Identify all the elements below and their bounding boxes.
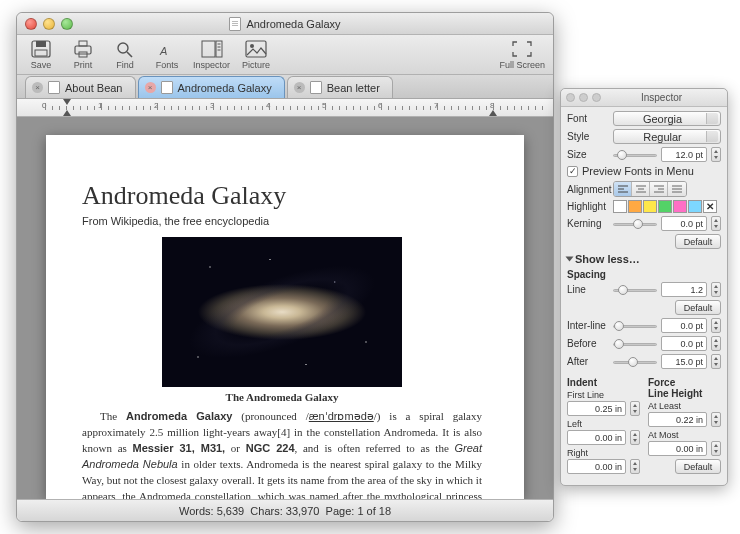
showless-toggle[interactable]: Show less…	[567, 253, 721, 265]
body-text[interactable]: The Andromeda Galaxy (pronounced /ænˈdrɒ…	[82, 409, 482, 499]
save-icon	[30, 39, 52, 59]
before-field[interactable]: 0.0 pt	[661, 336, 707, 351]
highlight-swatch[interactable]	[658, 200, 672, 213]
size-slider[interactable]	[613, 148, 657, 162]
align-left-icon[interactable]	[614, 182, 632, 196]
save-button[interactable]: Save	[25, 39, 57, 70]
preview-fonts-checkbox[interactable]: ✓ Preview Fonts in Menu	[567, 165, 721, 177]
alignment-segment[interactable]	[613, 181, 687, 197]
tab-label: About Bean	[65, 82, 123, 94]
align-justify-icon[interactable]	[668, 182, 686, 196]
atleast-stepper[interactable]	[711, 412, 721, 427]
document-icon	[161, 81, 173, 94]
line-stepper[interactable]	[711, 282, 721, 297]
firstline-stepper[interactable]	[630, 401, 640, 416]
close-icon[interactable]: ×	[145, 82, 156, 93]
rightindent-field[interactable]: 0.00 in	[567, 459, 626, 474]
kerning-field[interactable]: 0.0 pt	[661, 216, 707, 231]
find-button[interactable]: Find	[109, 39, 141, 70]
picture-label: Picture	[242, 60, 270, 70]
fullscreen-icon	[511, 39, 533, 59]
inspector-icon	[201, 39, 223, 59]
force-header: Force Line Height	[648, 377, 721, 399]
after-slider[interactable]	[613, 355, 657, 369]
close-button[interactable]	[566, 93, 575, 102]
before-stepper[interactable]	[711, 336, 721, 351]
atmost-field[interactable]: 0.00 in	[648, 441, 707, 456]
line-default-button[interactable]: Default	[675, 300, 721, 315]
interline-field[interactable]: 0.0 pt	[661, 318, 707, 333]
font-select[interactable]: Georgia	[613, 111, 721, 126]
force-default-button[interactable]: Default	[675, 459, 721, 474]
tab-bean-letter[interactable]: × Bean letter	[287, 76, 393, 98]
document-icon	[229, 17, 241, 31]
fonts-icon: A	[156, 39, 178, 59]
highlight-swatch[interactable]	[643, 200, 657, 213]
page[interactable]: Andromeda Galaxy From Wikipedia, the fre…	[46, 135, 524, 499]
fullscreen-button[interactable]: Full Screen	[499, 39, 545, 70]
size-field[interactable]: 12.0 pt	[661, 147, 707, 162]
highlight-swatch[interactable]	[613, 200, 627, 213]
kerning-stepper[interactable]	[711, 216, 721, 231]
document-area[interactable]: Andromeda Galaxy From Wikipedia, the fre…	[17, 117, 553, 499]
interline-stepper[interactable]	[711, 318, 721, 333]
before-label: Before	[567, 338, 609, 349]
atleast-field[interactable]: 0.22 in	[648, 412, 707, 427]
align-center-icon[interactable]	[632, 182, 650, 196]
line-label: Line	[567, 284, 609, 295]
leftindent-label: Left	[567, 419, 640, 429]
after-stepper[interactable]	[711, 354, 721, 369]
rightindent-label: Right	[567, 448, 640, 458]
kerning-default-button[interactable]: Default	[675, 234, 721, 249]
firstline-label: First Line	[567, 390, 640, 400]
minimize-button[interactable]	[579, 93, 588, 102]
print-icon	[72, 39, 94, 59]
ruler[interactable]: 012345678	[17, 99, 553, 117]
tab-label: Andromeda Galaxy	[178, 82, 272, 94]
preview-fonts-label: Preview Fonts in Menu	[582, 165, 694, 177]
tab-andromeda-galaxy[interactable]: × Andromeda Galaxy	[138, 76, 285, 98]
leftindent-field[interactable]: 0.00 in	[567, 430, 626, 445]
find-label: Find	[116, 60, 134, 70]
leftindent-stepper[interactable]	[630, 430, 640, 445]
highlight-swatch[interactable]	[628, 200, 642, 213]
inspector-title: Inspector	[601, 92, 722, 103]
svg-rect-4	[79, 41, 87, 46]
checkbox-icon: ✓	[567, 166, 578, 177]
svg-rect-2	[35, 50, 47, 56]
highlight-swatch[interactable]	[688, 200, 702, 213]
font-label: Font	[567, 113, 609, 124]
size-stepper[interactable]	[711, 147, 721, 162]
atmost-stepper[interactable]	[711, 441, 721, 456]
galaxy-image	[162, 237, 402, 387]
kerning-slider[interactable]	[613, 217, 657, 231]
close-icon[interactable]: ×	[32, 82, 43, 93]
fonts-button[interactable]: A Fonts	[151, 39, 183, 70]
highlight-swatch[interactable]	[673, 200, 687, 213]
zoom-button[interactable]	[592, 93, 601, 102]
inspector-titlebar[interactable]: Inspector	[561, 89, 727, 107]
after-label: After	[567, 356, 609, 367]
tab-about-bean[interactable]: × About Bean	[25, 76, 136, 98]
align-right-icon[interactable]	[650, 182, 668, 196]
firstline-field[interactable]: 0.25 in	[567, 401, 626, 416]
image-wrap: The Andromeda Galaxy	[82, 237, 482, 403]
alignment-label: Alignment	[567, 184, 609, 195]
picture-button[interactable]: Picture	[240, 39, 272, 70]
close-icon[interactable]: ×	[294, 82, 305, 93]
inspector-button[interactable]: Inspector	[193, 39, 230, 70]
spacing-header: Spacing	[567, 269, 721, 280]
rightindent-stepper[interactable]	[630, 459, 640, 474]
style-select[interactable]: Regular	[613, 129, 721, 144]
line-slider[interactable]	[613, 283, 657, 297]
after-field[interactable]: 15.0 pt	[661, 354, 707, 369]
line-field[interactable]: 1.2	[661, 282, 707, 297]
toolbar: Save Print Find A Fonts Inspector Pictur…	[17, 35, 553, 75]
size-label: Size	[567, 149, 609, 160]
highlight-none-icon[interactable]: ✕	[703, 200, 717, 213]
interline-slider[interactable]	[613, 319, 657, 333]
print-button[interactable]: Print	[67, 39, 99, 70]
titlebar[interactable]: Andromeda Galaxy	[17, 13, 553, 35]
before-slider[interactable]	[613, 337, 657, 351]
svg-rect-1	[36, 41, 46, 47]
